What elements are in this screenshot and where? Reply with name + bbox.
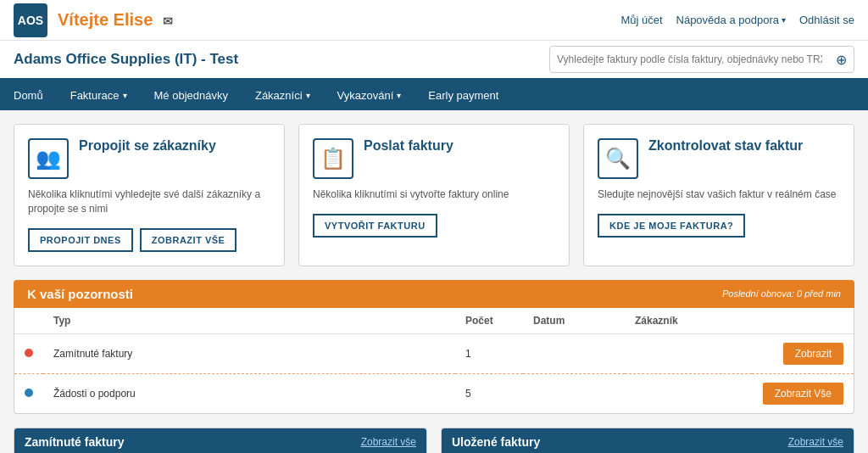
count-rejected: 1 bbox=[455, 333, 523, 373]
date-support bbox=[523, 373, 625, 413]
bottom-row: Zamítnuté faktury Zobrazit vše Číslo Dod… bbox=[14, 428, 854, 453]
chevron-down-icon-2: ▾ bbox=[306, 91, 310, 100]
attention-refresh: Poslední obnova: 0 před min bbox=[722, 288, 841, 299]
nav-item-home[interactable]: Domů bbox=[0, 80, 57, 110]
type-rejected: Zamítnuté faktury bbox=[43, 333, 455, 373]
nav-item-fakturace[interactable]: Fakturace ▾ bbox=[57, 80, 141, 110]
action-rejected: Zobrazit bbox=[752, 333, 854, 373]
rejected-invoices-title: Zamítnuté faktury bbox=[25, 435, 124, 449]
type-support: Žádosti o podporu bbox=[43, 373, 455, 413]
saved-invoices-title: Uložené faktury bbox=[452, 435, 540, 449]
date-rejected bbox=[523, 333, 625, 373]
my-account-link[interactable]: Můj účet bbox=[620, 14, 662, 26]
card-status: 🔍 Zkontrolovat stav faktur Sledujte nejn… bbox=[583, 124, 854, 266]
nav-item-objednavky[interactable]: Mé objednávky bbox=[141, 80, 242, 110]
nav-bar: Domů Fakturace ▾ Mé objednávky Zákazníci… bbox=[0, 80, 868, 110]
vytvorit-fakturu-button[interactable]: VYTVOŘIT FAKTURU bbox=[313, 214, 437, 238]
attention-row-rejected: Zamítnuté faktury 1 Zobrazit bbox=[14, 333, 854, 373]
dot-support bbox=[14, 373, 43, 413]
zobrazit-rejected-button[interactable]: Zobrazit bbox=[783, 343, 843, 365]
status-icon: 🔍 bbox=[598, 138, 638, 179]
card-connect: 👥 Propojit se zákazníky Několika kliknut… bbox=[14, 124, 285, 266]
help-link[interactable]: Nápověda a podpora bbox=[676, 14, 786, 26]
col-zakaznik: Zákazník bbox=[625, 308, 752, 334]
count-support: 5 bbox=[455, 373, 523, 413]
main-content: 👥 Propojit se zákazníky Několika kliknut… bbox=[0, 110, 868, 453]
kde-je-faktura-button[interactable]: KDE JE MOJE FAKTURA? bbox=[598, 214, 745, 238]
greeting: Vítejte Elise ✉ bbox=[58, 10, 173, 30]
attention-section: K vaší pozornosti Poslední obnova: 0 pře… bbox=[14, 280, 854, 414]
top-bar: AOS Vítejte Elise ✉ Můj účet Nápověda a … bbox=[0, 0, 868, 41]
propojit-dnes-button[interactable]: PROPOJIT DNES bbox=[28, 228, 133, 252]
card-invoices: 📋 Poslat faktury Několika kliknutími si … bbox=[298, 124, 570, 266]
attention-row-support: Žádosti o podporu 5 Zobrazit Vše bbox=[14, 373, 854, 413]
nav-item-early-payment[interactable]: Early payment bbox=[415, 80, 512, 110]
card-buttons-connect: PROPOJIT DNES ZOBRAZIT VŠE bbox=[28, 228, 270, 252]
col-datum: Datum bbox=[523, 308, 625, 334]
nav-item-zakaznici[interactable]: Zákazníci ▾ bbox=[242, 80, 324, 110]
company-title: Adams Office Supplies (IT) - Test bbox=[14, 51, 238, 68]
chevron-down-icon-3: ▾ bbox=[397, 91, 401, 100]
invoices-icon: 📋 bbox=[313, 138, 353, 179]
sub-header: Adams Office Supplies (IT) - Test ⊕ bbox=[0, 41, 868, 80]
top-bar-right: Můj účet Nápověda a podpora Odhlásit se bbox=[620, 14, 854, 26]
logout-link[interactable]: Odhlásit se bbox=[799, 14, 854, 26]
saved-invoices-table-wrap: Uložené faktury Zobrazit vše Číslo Odběr… bbox=[441, 428, 854, 453]
card-title-status: Zkontrolovat stav faktur bbox=[648, 138, 803, 154]
search-box: ⊕ bbox=[549, 46, 854, 73]
customer-support bbox=[625, 373, 752, 413]
cards-row: 👥 Propojit se zákazníky Několika kliknut… bbox=[14, 124, 854, 266]
rejected-invoices-link[interactable]: Zobrazit vše bbox=[361, 436, 416, 448]
rejected-invoices-table-wrap: Zamítnuté faktury Zobrazit vše Číslo Dod… bbox=[14, 428, 427, 453]
col-dot bbox=[14, 308, 43, 334]
col-action bbox=[752, 308, 854, 334]
search-button[interactable]: ⊕ bbox=[829, 48, 854, 71]
dot-rejected bbox=[14, 333, 43, 373]
attention-header: K vaší pozornosti Poslední obnova: 0 pře… bbox=[14, 280, 854, 308]
col-typ: Typ bbox=[43, 308, 455, 334]
rejected-invoices-header: Zamítnuté faktury Zobrazit vše bbox=[14, 428, 426, 453]
saved-invoices-link[interactable]: Zobrazit vše bbox=[788, 436, 843, 448]
action-support: Zobrazit Vše bbox=[752, 373, 854, 413]
zobrazit-vse-button-connect[interactable]: ZOBRAZIT VŠE bbox=[140, 228, 237, 252]
card-header-status: 🔍 Zkontrolovat stav faktur bbox=[598, 138, 840, 179]
search-input[interactable] bbox=[550, 50, 829, 69]
attention-table: Typ Počet Datum Zákazník Zamítnuté faktu… bbox=[14, 308, 854, 413]
chevron-down-icon: ▾ bbox=[123, 91, 127, 100]
connect-icon: 👥 bbox=[28, 138, 69, 179]
customer-rejected bbox=[625, 333, 752, 373]
card-desc-status: Sledujte nejnovější stav vašich faktur v… bbox=[598, 187, 840, 202]
attention-title: K vaší pozornosti bbox=[27, 287, 133, 301]
nav-item-vykazovani[interactable]: Vykazování ▾ bbox=[324, 80, 415, 110]
card-buttons-status: KDE JE MOJE FAKTURA? bbox=[598, 214, 840, 238]
saved-invoices-header: Uložené faktury Zobrazit vše bbox=[442, 428, 854, 453]
col-pocet: Počet bbox=[455, 308, 523, 334]
email-icon: ✉ bbox=[163, 14, 173, 28]
card-header-invoices: 📋 Poslat faktury bbox=[313, 138, 555, 179]
card-title-connect: Propojit se zákazníky bbox=[79, 138, 216, 154]
card-title-invoices: Poslat faktury bbox=[364, 138, 453, 154]
zobrazit-vse-support-button[interactable]: Zobrazit Vše bbox=[763, 383, 843, 405]
card-desc-invoices: Několika kliknutími si vytvořte faktury … bbox=[313, 187, 555, 202]
card-desc-connect: Několika kliknutími vyhledejte své další… bbox=[28, 187, 270, 216]
card-header-connect: 👥 Propojit se zákazníky bbox=[28, 138, 270, 179]
top-bar-left: AOS Vítejte Elise ✉ bbox=[14, 3, 173, 37]
card-buttons-invoices: VYTVOŘIT FAKTURU bbox=[313, 214, 555, 238]
logo: AOS bbox=[14, 3, 47, 37]
attention-body: Typ Počet Datum Zákazník Zamítnuté faktu… bbox=[14, 308, 854, 414]
